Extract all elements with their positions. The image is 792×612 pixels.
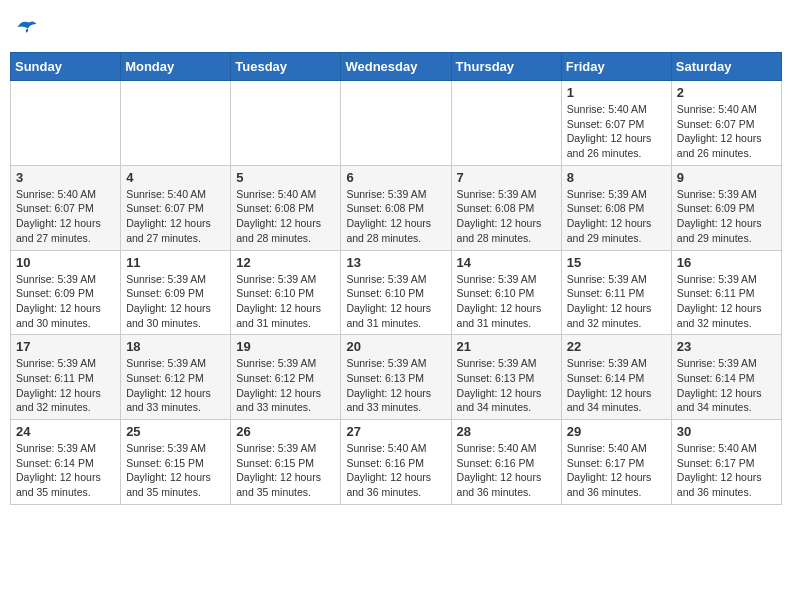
calendar-week-row: 10Sunrise: 5:39 AM Sunset: 6:09 PM Dayli… bbox=[11, 250, 782, 335]
calendar-week-row: 3Sunrise: 5:40 AM Sunset: 6:07 PM Daylig… bbox=[11, 165, 782, 250]
calendar-cell: 23Sunrise: 5:39 AM Sunset: 6:14 PM Dayli… bbox=[671, 335, 781, 420]
day-number: 4 bbox=[126, 170, 225, 185]
logo bbox=[14, 18, 38, 36]
calendar-weekday-header: Saturday bbox=[671, 53, 781, 81]
calendar-week-row: 1Sunrise: 5:40 AM Sunset: 6:07 PM Daylig… bbox=[11, 81, 782, 166]
calendar-cell bbox=[11, 81, 121, 166]
day-info: Sunrise: 5:40 AM Sunset: 6:08 PM Dayligh… bbox=[236, 187, 335, 246]
day-info: Sunrise: 5:39 AM Sunset: 6:15 PM Dayligh… bbox=[126, 441, 225, 500]
day-number: 11 bbox=[126, 255, 225, 270]
day-info: Sunrise: 5:39 AM Sunset: 6:08 PM Dayligh… bbox=[457, 187, 556, 246]
calendar-cell: 27Sunrise: 5:40 AM Sunset: 6:16 PM Dayli… bbox=[341, 420, 451, 505]
calendar-cell bbox=[451, 81, 561, 166]
calendar-cell bbox=[231, 81, 341, 166]
calendar-header-row: SundayMondayTuesdayWednesdayThursdayFrid… bbox=[11, 53, 782, 81]
day-info: Sunrise: 5:40 AM Sunset: 6:07 PM Dayligh… bbox=[126, 187, 225, 246]
day-info: Sunrise: 5:39 AM Sunset: 6:10 PM Dayligh… bbox=[457, 272, 556, 331]
day-number: 24 bbox=[16, 424, 115, 439]
day-number: 17 bbox=[16, 339, 115, 354]
day-number: 6 bbox=[346, 170, 445, 185]
calendar-cell bbox=[341, 81, 451, 166]
day-number: 10 bbox=[16, 255, 115, 270]
day-info: Sunrise: 5:39 AM Sunset: 6:09 PM Dayligh… bbox=[677, 187, 776, 246]
day-number: 28 bbox=[457, 424, 556, 439]
day-info: Sunrise: 5:39 AM Sunset: 6:12 PM Dayligh… bbox=[126, 356, 225, 415]
day-number: 12 bbox=[236, 255, 335, 270]
calendar-cell: 28Sunrise: 5:40 AM Sunset: 6:16 PM Dayli… bbox=[451, 420, 561, 505]
calendar-cell bbox=[121, 81, 231, 166]
calendar-cell: 25Sunrise: 5:39 AM Sunset: 6:15 PM Dayli… bbox=[121, 420, 231, 505]
calendar-cell: 14Sunrise: 5:39 AM Sunset: 6:10 PM Dayli… bbox=[451, 250, 561, 335]
day-info: Sunrise: 5:39 AM Sunset: 6:14 PM Dayligh… bbox=[16, 441, 115, 500]
day-info: Sunrise: 5:40 AM Sunset: 6:07 PM Dayligh… bbox=[677, 102, 776, 161]
day-info: Sunrise: 5:40 AM Sunset: 6:07 PM Dayligh… bbox=[16, 187, 115, 246]
calendar-cell: 9Sunrise: 5:39 AM Sunset: 6:09 PM Daylig… bbox=[671, 165, 781, 250]
calendar-cell: 16Sunrise: 5:39 AM Sunset: 6:11 PM Dayli… bbox=[671, 250, 781, 335]
calendar-cell: 6Sunrise: 5:39 AM Sunset: 6:08 PM Daylig… bbox=[341, 165, 451, 250]
day-info: Sunrise: 5:39 AM Sunset: 6:08 PM Dayligh… bbox=[567, 187, 666, 246]
calendar-cell: 10Sunrise: 5:39 AM Sunset: 6:09 PM Dayli… bbox=[11, 250, 121, 335]
calendar-cell: 2Sunrise: 5:40 AM Sunset: 6:07 PM Daylig… bbox=[671, 81, 781, 166]
calendar-table: SundayMondayTuesdayWednesdayThursdayFrid… bbox=[10, 52, 782, 505]
calendar-cell: 18Sunrise: 5:39 AM Sunset: 6:12 PM Dayli… bbox=[121, 335, 231, 420]
day-number: 15 bbox=[567, 255, 666, 270]
day-number: 9 bbox=[677, 170, 776, 185]
logo-bird-icon bbox=[16, 18, 38, 36]
day-info: Sunrise: 5:39 AM Sunset: 6:08 PM Dayligh… bbox=[346, 187, 445, 246]
calendar-cell: 21Sunrise: 5:39 AM Sunset: 6:13 PM Dayli… bbox=[451, 335, 561, 420]
calendar-cell: 24Sunrise: 5:39 AM Sunset: 6:14 PM Dayli… bbox=[11, 420, 121, 505]
calendar-cell: 29Sunrise: 5:40 AM Sunset: 6:17 PM Dayli… bbox=[561, 420, 671, 505]
day-number: 8 bbox=[567, 170, 666, 185]
calendar-cell: 11Sunrise: 5:39 AM Sunset: 6:09 PM Dayli… bbox=[121, 250, 231, 335]
day-info: Sunrise: 5:40 AM Sunset: 6:17 PM Dayligh… bbox=[677, 441, 776, 500]
calendar-cell: 17Sunrise: 5:39 AM Sunset: 6:11 PM Dayli… bbox=[11, 335, 121, 420]
calendar-cell: 20Sunrise: 5:39 AM Sunset: 6:13 PM Dayli… bbox=[341, 335, 451, 420]
day-info: Sunrise: 5:39 AM Sunset: 6:10 PM Dayligh… bbox=[346, 272, 445, 331]
day-number: 21 bbox=[457, 339, 556, 354]
day-info: Sunrise: 5:39 AM Sunset: 6:15 PM Dayligh… bbox=[236, 441, 335, 500]
day-info: Sunrise: 5:40 AM Sunset: 6:17 PM Dayligh… bbox=[567, 441, 666, 500]
day-info: Sunrise: 5:40 AM Sunset: 6:07 PM Dayligh… bbox=[567, 102, 666, 161]
day-number: 27 bbox=[346, 424, 445, 439]
day-number: 22 bbox=[567, 339, 666, 354]
day-number: 19 bbox=[236, 339, 335, 354]
day-number: 7 bbox=[457, 170, 556, 185]
calendar-weekday-header: Friday bbox=[561, 53, 671, 81]
day-info: Sunrise: 5:40 AM Sunset: 6:16 PM Dayligh… bbox=[346, 441, 445, 500]
day-number: 5 bbox=[236, 170, 335, 185]
day-number: 26 bbox=[236, 424, 335, 439]
calendar-weekday-header: Tuesday bbox=[231, 53, 341, 81]
day-number: 25 bbox=[126, 424, 225, 439]
calendar-cell: 19Sunrise: 5:39 AM Sunset: 6:12 PM Dayli… bbox=[231, 335, 341, 420]
day-number: 29 bbox=[567, 424, 666, 439]
day-number: 13 bbox=[346, 255, 445, 270]
calendar-cell: 12Sunrise: 5:39 AM Sunset: 6:10 PM Dayli… bbox=[231, 250, 341, 335]
day-info: Sunrise: 5:39 AM Sunset: 6:11 PM Dayligh… bbox=[567, 272, 666, 331]
day-info: Sunrise: 5:39 AM Sunset: 6:11 PM Dayligh… bbox=[677, 272, 776, 331]
day-info: Sunrise: 5:40 AM Sunset: 6:16 PM Dayligh… bbox=[457, 441, 556, 500]
calendar-cell: 15Sunrise: 5:39 AM Sunset: 6:11 PM Dayli… bbox=[561, 250, 671, 335]
calendar-weekday-header: Thursday bbox=[451, 53, 561, 81]
calendar-week-row: 17Sunrise: 5:39 AM Sunset: 6:11 PM Dayli… bbox=[11, 335, 782, 420]
calendar-cell: 5Sunrise: 5:40 AM Sunset: 6:08 PM Daylig… bbox=[231, 165, 341, 250]
day-number: 23 bbox=[677, 339, 776, 354]
calendar-cell: 4Sunrise: 5:40 AM Sunset: 6:07 PM Daylig… bbox=[121, 165, 231, 250]
calendar-cell: 26Sunrise: 5:39 AM Sunset: 6:15 PM Dayli… bbox=[231, 420, 341, 505]
day-number: 30 bbox=[677, 424, 776, 439]
calendar-cell: 7Sunrise: 5:39 AM Sunset: 6:08 PM Daylig… bbox=[451, 165, 561, 250]
day-number: 1 bbox=[567, 85, 666, 100]
day-number: 2 bbox=[677, 85, 776, 100]
calendar-cell: 8Sunrise: 5:39 AM Sunset: 6:08 PM Daylig… bbox=[561, 165, 671, 250]
calendar-cell: 30Sunrise: 5:40 AM Sunset: 6:17 PM Dayli… bbox=[671, 420, 781, 505]
day-info: Sunrise: 5:39 AM Sunset: 6:13 PM Dayligh… bbox=[346, 356, 445, 415]
day-info: Sunrise: 5:39 AM Sunset: 6:09 PM Dayligh… bbox=[16, 272, 115, 331]
calendar-cell: 22Sunrise: 5:39 AM Sunset: 6:14 PM Dayli… bbox=[561, 335, 671, 420]
day-number: 18 bbox=[126, 339, 225, 354]
calendar-weekday-header: Sunday bbox=[11, 53, 121, 81]
day-number: 3 bbox=[16, 170, 115, 185]
page-header bbox=[10, 10, 782, 44]
day-info: Sunrise: 5:39 AM Sunset: 6:12 PM Dayligh… bbox=[236, 356, 335, 415]
day-info: Sunrise: 5:39 AM Sunset: 6:11 PM Dayligh… bbox=[16, 356, 115, 415]
calendar-weekday-header: Wednesday bbox=[341, 53, 451, 81]
calendar-cell: 3Sunrise: 5:40 AM Sunset: 6:07 PM Daylig… bbox=[11, 165, 121, 250]
